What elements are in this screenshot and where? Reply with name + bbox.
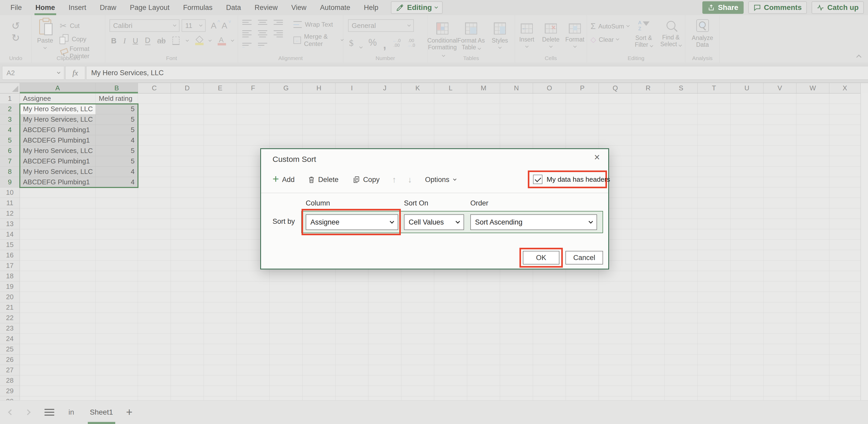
cell-R24[interactable] (632, 334, 665, 344)
cell-P18[interactable] (566, 271, 599, 282)
cell-A8[interactable]: My Hero Services, LLC (20, 167, 96, 177)
cell-F26[interactable] (237, 355, 270, 365)
cell-A3[interactable]: My Hero Services, LLC (20, 115, 96, 125)
cell-V8[interactable] (764, 167, 797, 177)
cell-R4[interactable] (632, 125, 665, 135)
cell-D21[interactable] (171, 302, 204, 313)
cell-A5[interactable]: ABCDEFG Plumbing1 (20, 135, 96, 146)
cell-C20[interactable] (138, 292, 171, 302)
cell-C7[interactable] (138, 156, 171, 167)
ribbon-tab-home[interactable]: Home (29, 0, 62, 15)
cell-I22[interactable] (336, 313, 368, 323)
row-header-27[interactable]: 27 (0, 365, 20, 376)
cell-X23[interactable] (829, 323, 861, 334)
cell-A2[interactable]: My Hero Services, LLC (20, 104, 96, 115)
cell-G21[interactable] (270, 302, 303, 313)
cell-R15[interactable] (632, 240, 665, 250)
cell-V19[interactable] (764, 282, 797, 292)
cell-J3[interactable] (368, 115, 401, 125)
cell-W20[interactable] (797, 292, 829, 302)
cell-U15[interactable] (731, 240, 764, 250)
cell-J30[interactable] (368, 396, 401, 400)
cell-U1[interactable] (731, 94, 764, 104)
cell-O23[interactable] (533, 323, 566, 334)
cell-W17[interactable] (797, 261, 829, 271)
column-dropdown[interactable]: Assignee (306, 214, 398, 230)
cell-U19[interactable] (731, 282, 764, 292)
cell-B17[interactable] (96, 261, 138, 271)
cell-L30[interactable] (434, 396, 467, 400)
cell-N3[interactable] (500, 115, 533, 125)
cell-O19[interactable] (533, 282, 566, 292)
cell-B24[interactable] (96, 334, 138, 344)
row-header-6[interactable]: 6 (0, 146, 20, 156)
cell-K21[interactable] (401, 302, 434, 313)
cell-V25[interactable] (764, 344, 797, 355)
cell-K22[interactable] (401, 313, 434, 323)
cell-X27[interactable] (829, 365, 861, 376)
cell-X4[interactable] (829, 125, 861, 135)
close-icon[interactable]: × (594, 152, 600, 162)
cell-R7[interactable] (632, 156, 665, 167)
row-header-24[interactable]: 24 (0, 334, 20, 344)
cell-Q3[interactable] (599, 115, 632, 125)
cell-T5[interactable] (698, 135, 731, 146)
cell-X12[interactable] (829, 208, 861, 219)
row-header-19[interactable]: 19 (0, 282, 20, 292)
cell-L21[interactable] (434, 302, 467, 313)
cancel-button[interactable]: Cancel (565, 251, 603, 264)
previous-sheet-icon[interactable] (8, 410, 14, 415)
cell-L25[interactable] (434, 344, 467, 355)
cell-C8[interactable] (138, 167, 171, 177)
cell-W6[interactable] (797, 146, 829, 156)
cell-N27[interactable] (500, 365, 533, 376)
cell-G24[interactable] (270, 334, 303, 344)
cell-S5[interactable] (665, 135, 698, 146)
cell-A26[interactable] (20, 355, 96, 365)
cell-S22[interactable] (665, 313, 698, 323)
col-header-G[interactable]: G (270, 83, 303, 94)
row-header-12[interactable]: 12 (0, 208, 20, 219)
cell-S21[interactable] (665, 302, 698, 313)
cell-U10[interactable] (731, 188, 764, 198)
row-header-20[interactable]: 20 (0, 292, 20, 302)
cell-P24[interactable] (566, 334, 599, 344)
cell-X11[interactable] (829, 198, 861, 208)
cell-B23[interactable] (96, 323, 138, 334)
cell-T9[interactable] (698, 177, 731, 188)
cell-D19[interactable] (171, 282, 204, 292)
cell-T25[interactable] (698, 344, 731, 355)
cell-Q1[interactable] (599, 94, 632, 104)
cell-S18[interactable] (665, 271, 698, 282)
font-color-icon[interactable]: A (218, 36, 225, 45)
delete-cells-button[interactable]: Delete (539, 20, 562, 47)
cell-E17[interactable] (204, 261, 237, 271)
cell-C9[interactable] (138, 177, 171, 188)
cell-B10[interactable] (96, 188, 138, 198)
cell-B16[interactable] (96, 250, 138, 261)
cell-X17[interactable] (829, 261, 861, 271)
cell-S27[interactable] (665, 365, 698, 376)
cell-R27[interactable] (632, 365, 665, 376)
cell-T28[interactable] (698, 376, 731, 386)
cell-K30[interactable] (401, 396, 434, 400)
cell-C3[interactable] (138, 115, 171, 125)
cell-Q19[interactable] (599, 282, 632, 292)
cell-M19[interactable] (467, 282, 500, 292)
cell-N26[interactable] (500, 355, 533, 365)
cell-T26[interactable] (698, 355, 731, 365)
analyze-data-button[interactable]: AnalyzeData (685, 15, 720, 48)
cell-U27[interactable] (731, 365, 764, 376)
cell-B18[interactable] (96, 271, 138, 282)
cell-W19[interactable] (797, 282, 829, 292)
cell-T1[interactable] (698, 94, 731, 104)
cell-J24[interactable] (368, 334, 401, 344)
bold-button[interactable]: B (111, 37, 117, 45)
cell-S30[interactable] (665, 396, 698, 400)
cell-H1[interactable] (303, 94, 336, 104)
align-center-icon[interactable] (258, 30, 267, 39)
font-size-combobox[interactable]: 11 (182, 19, 206, 32)
cell-G28[interactable] (270, 376, 303, 386)
cell-A18[interactable] (20, 271, 96, 282)
redo-icon[interactable]: ↻ (11, 33, 20, 43)
